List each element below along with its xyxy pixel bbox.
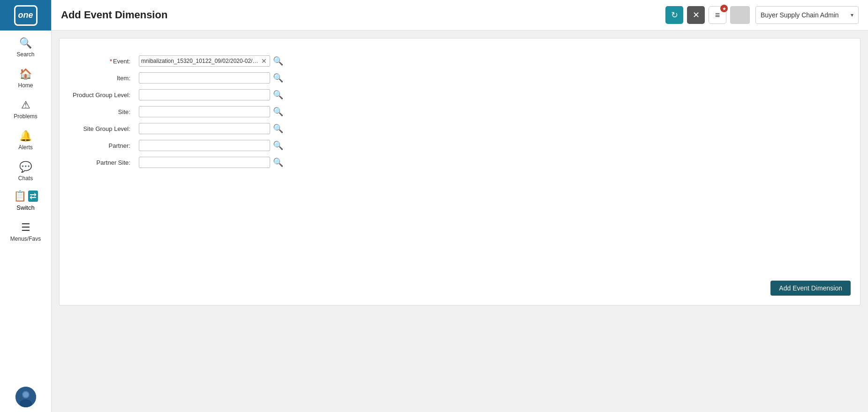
product-group-level-label: Product Group Level: xyxy=(73,92,130,99)
sidebar-item-problems[interactable]: ⚠ Problems xyxy=(0,92,51,123)
chevron-down-icon: ▾ xyxy=(851,12,853,18)
user-avatar-box xyxy=(730,6,750,24)
sidebar-item-chats-label: Chats xyxy=(18,175,33,182)
add-event-dimension-button[interactable]: Add Event Dimension xyxy=(770,281,851,296)
site-row: Site: 🔍 xyxy=(69,103,288,120)
home-icon: 🏠 xyxy=(19,68,32,80)
switch-arrows-icon: ⇄ xyxy=(28,191,38,202)
close-button[interactable]: ✕ xyxy=(687,6,705,24)
site-group-level-label: Site Group Level: xyxy=(83,125,130,132)
item-search-button[interactable]: 🔍 xyxy=(272,74,284,82)
content-area: *Event: mnibalization_15320_10122_09/02/… xyxy=(52,31,868,412)
alerts-icon: 🔔 xyxy=(19,130,32,142)
user-role-label: Buyer Supply Chain Admin xyxy=(761,11,849,19)
partner-site-search-button[interactable]: 🔍 xyxy=(272,158,284,167)
sidebar-item-menus-label: Menus/Favs xyxy=(10,236,41,242)
sidebar-item-home-label: Home xyxy=(18,82,33,89)
item-label-cell: Item: xyxy=(69,69,135,86)
menus-icon: ☰ xyxy=(21,221,30,234)
form-table: *Event: mnibalization_15320_10122_09/02/… xyxy=(69,53,288,171)
refresh-button[interactable]: ↻ xyxy=(665,6,683,24)
user-role-dropdown[interactable]: Buyer Supply Chain Admin ▾ xyxy=(755,6,859,24)
topbar: Add Event Dimension ↻ ✕ ≡ ★ Buyer Supply… xyxy=(52,0,868,31)
form-card-actions: Add Event Dimension xyxy=(770,281,851,296)
site-group-level-search-button[interactable]: 🔍 xyxy=(272,124,284,133)
product-group-level-row: Product Group Level: 🔍 xyxy=(69,86,288,103)
page-title: Add Event Dimension xyxy=(61,9,665,21)
switch-stack-icon: 📋 xyxy=(14,190,26,202)
main-area: Add Event Dimension ↻ ✕ ≡ ★ Buyer Supply… xyxy=(52,0,868,412)
partner-label-cell: Partner: xyxy=(69,137,135,154)
logo[interactable]: one xyxy=(0,0,51,31)
hamburger-icon: ≡ xyxy=(715,10,720,20)
sidebar-item-home[interactable]: 🏠 Home xyxy=(0,61,51,92)
site-label: Site: xyxy=(118,108,130,115)
product-group-level-label-cell: Product Group Level: xyxy=(69,86,135,103)
product-group-level-input-cell: 🔍 xyxy=(135,86,288,103)
logo-box: one xyxy=(14,5,38,26)
sidebar-item-chats[interactable]: 💬 Chats xyxy=(0,154,51,185)
sidebar: one 🔍 Search 🏠 Home ⚠ Problems 🔔 Alerts … xyxy=(0,0,52,412)
sidebar-item-alerts-label: Alerts xyxy=(18,144,33,151)
partner-site-row: Partner Site: 🔍 xyxy=(69,154,288,171)
partner-site-input-cell: 🔍 xyxy=(135,154,288,171)
site-group-level-input[interactable] xyxy=(139,123,270,134)
site-input[interactable] xyxy=(139,106,270,117)
site-group-level-label-cell: Site Group Level: xyxy=(69,120,135,137)
event-label-cell: *Event: xyxy=(69,53,135,69)
item-input[interactable] xyxy=(139,72,270,84)
sidebar-item-search[interactable]: 🔍 Search xyxy=(0,31,51,61)
partner-input-cell: 🔍 xyxy=(135,137,288,154)
partner-search-button[interactable]: 🔍 xyxy=(272,141,284,150)
avatar[interactable] xyxy=(15,387,36,407)
close-icon: ✕ xyxy=(693,10,700,20)
event-row: *Event: mnibalization_15320_10122_09/02/… xyxy=(69,53,288,69)
product-group-level-input[interactable] xyxy=(139,89,270,100)
event-tag: mnibalization_15320_10122_09/02/2020-02/… xyxy=(139,55,270,67)
chats-icon: 💬 xyxy=(19,161,32,173)
partner-row: Partner: 🔍 xyxy=(69,137,288,154)
site-group-level-input-cell: 🔍 xyxy=(135,120,288,137)
partner-site-label-cell: Partner Site: xyxy=(69,154,135,171)
partner-site-input[interactable] xyxy=(139,157,270,168)
site-group-level-row: Site Group Level: 🔍 xyxy=(69,120,288,137)
event-search-button[interactable]: 🔍 xyxy=(272,57,284,65)
menu-button[interactable]: ≡ ★ xyxy=(709,6,726,24)
site-input-cell: 🔍 xyxy=(135,103,288,120)
sidebar-item-menus[interactable]: ☰ Menus/Favs xyxy=(0,215,51,246)
sidebar-item-search-label: Search xyxy=(16,51,34,58)
event-tag-close-icon[interactable]: ✕ xyxy=(260,58,268,64)
problems-icon: ⚠ xyxy=(21,99,30,111)
partner-label: Partner: xyxy=(109,142,130,149)
sidebar-item-switch-label: Switch xyxy=(16,204,34,211)
product-group-level-search-button[interactable]: 🔍 xyxy=(272,91,284,99)
site-label-cell: Site: xyxy=(69,103,135,120)
event-input-cell: mnibalization_15320_10122_09/02/2020-02/… xyxy=(135,53,288,69)
menu-badge: ★ xyxy=(720,5,728,12)
item-input-cell: 🔍 xyxy=(135,69,288,86)
sidebar-item-alerts[interactable]: 🔔 Alerts xyxy=(0,123,51,154)
event-label: Event: xyxy=(113,58,130,65)
item-row: Item: 🔍 xyxy=(69,69,288,86)
item-label: Item: xyxy=(117,75,130,82)
sidebar-item-switch[interactable]: 📋 ⇄ Switch xyxy=(0,185,51,215)
svg-point-3 xyxy=(23,392,29,397)
form-card: *Event: mnibalization_15320_10122_09/02/… xyxy=(59,38,860,305)
event-required-marker: * xyxy=(110,58,112,65)
search-icon: 🔍 xyxy=(19,37,32,49)
partner-input[interactable] xyxy=(139,140,270,151)
sidebar-bottom xyxy=(0,387,51,412)
refresh-icon: ↻ xyxy=(671,10,678,20)
event-tag-text: mnibalization_15320_10122_09/02/2020-02/… xyxy=(141,58,260,64)
site-search-button[interactable]: 🔍 xyxy=(272,107,284,116)
topbar-actions: ↻ ✕ ≡ ★ Buyer Supply Chain Admin ▾ xyxy=(665,6,859,24)
partner-site-label: Partner Site: xyxy=(97,159,130,166)
sidebar-item-problems-label: Problems xyxy=(14,113,38,120)
